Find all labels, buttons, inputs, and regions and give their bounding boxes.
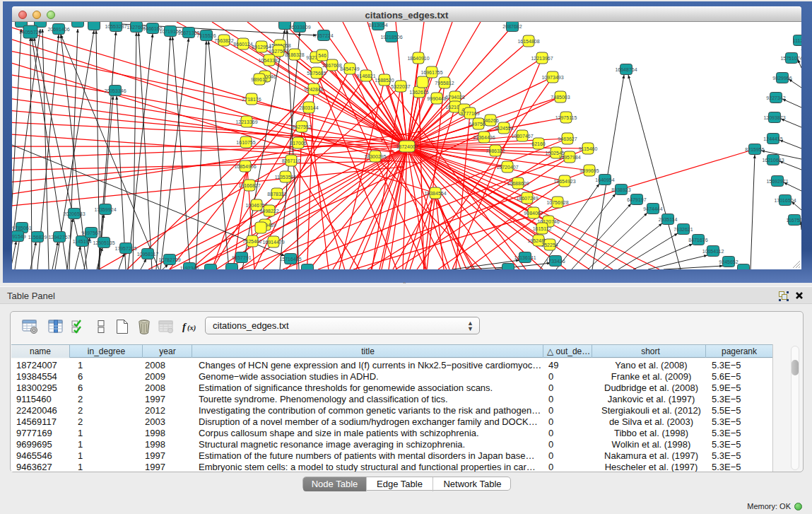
svg-text:1733426: 1733426 bbox=[546, 259, 565, 264]
svg-text:7563822: 7563822 bbox=[214, 38, 233, 43]
svg-text:11353594: 11353594 bbox=[275, 175, 297, 180]
svg-text:6479197: 6479197 bbox=[627, 197, 646, 202]
svg-text:7625402: 7625402 bbox=[242, 239, 261, 244]
svg-text:9146821: 9146821 bbox=[356, 74, 375, 78]
svg-text:8813054: 8813054 bbox=[368, 23, 387, 28]
svg-text:16033809: 16033809 bbox=[288, 25, 310, 30]
svg-text:5322037: 5322037 bbox=[391, 84, 410, 89]
svg-text:1588520: 1588520 bbox=[375, 78, 394, 83]
svg-text:7986322: 7986322 bbox=[486, 148, 505, 153]
svg-text:1192346: 1192346 bbox=[180, 266, 199, 271]
svg-text:12975115: 12975115 bbox=[555, 115, 577, 120]
svg-text:20691406: 20691406 bbox=[47, 27, 69, 32]
svg-text:f: f bbox=[182, 321, 187, 332]
svg-text:8267110: 8267110 bbox=[282, 158, 301, 163]
svg-text:991549: 991549 bbox=[9, 234, 25, 239]
svg-text:10756928: 10756928 bbox=[546, 200, 568, 205]
svg-text:2803144: 2803144 bbox=[299, 105, 318, 110]
svg-text:9990448: 9990448 bbox=[427, 96, 446, 101]
svg-text:19384554: 19384554 bbox=[424, 191, 446, 196]
svg-text:817006: 817006 bbox=[290, 141, 306, 146]
svg-text:9498222: 9498222 bbox=[259, 209, 278, 214]
svg-text:5875685: 5875685 bbox=[307, 71, 326, 76]
svg-text:2718176: 2718176 bbox=[242, 97, 261, 102]
svg-text:16961755: 16961755 bbox=[420, 70, 442, 75]
svg-text:9474444: 9474444 bbox=[643, 206, 662, 211]
svg-text:989612: 989612 bbox=[251, 77, 267, 82]
svg-text:546: 546 bbox=[318, 53, 326, 58]
svg-text:2935114: 2935114 bbox=[659, 217, 678, 222]
svg-text:(x): (x) bbox=[187, 324, 196, 332]
svg-text:7485003: 7485003 bbox=[551, 95, 570, 100]
svg-text:2087682: 2087682 bbox=[502, 24, 522, 29]
svg-text:18607249: 18607249 bbox=[516, 196, 538, 201]
svg-text:8878332: 8878332 bbox=[267, 192, 286, 197]
svg-text:10854906: 10854906 bbox=[234, 164, 256, 169]
svg-text:1156829: 1156829 bbox=[28, 235, 47, 240]
svg-text:1640954: 1640954 bbox=[595, 177, 614, 182]
svg-text:8660124: 8660124 bbox=[233, 42, 252, 47]
svg-text:9785061: 9785061 bbox=[12, 226, 31, 230]
svg-text:8471676: 8471676 bbox=[688, 238, 707, 243]
svg-text:17359924: 17359924 bbox=[94, 207, 116, 212]
svg-text:14957984: 14957984 bbox=[558, 155, 580, 160]
svg-text:19166827: 19166827 bbox=[238, 183, 260, 188]
svg-text:1145194: 1145194 bbox=[73, 239, 92, 244]
svg-text:9463627: 9463627 bbox=[558, 136, 577, 141]
svg-text:12505135: 12505135 bbox=[93, 240, 114, 245]
svg-text:19218506: 19218506 bbox=[380, 35, 402, 40]
svg-text:1615112: 1615112 bbox=[533, 226, 552, 231]
svg-text:8454749: 8454749 bbox=[340, 66, 359, 71]
svg-text:19654923: 19654923 bbox=[553, 179, 575, 184]
svg-text:10654112: 10654112 bbox=[702, 249, 724, 254]
svg-text:11123: 11123 bbox=[793, 38, 806, 43]
svg-text:16782759: 16782759 bbox=[158, 257, 180, 262]
svg-text:14136141: 14136141 bbox=[514, 255, 536, 260]
svg-text:17957275: 17957275 bbox=[114, 246, 136, 251]
svg-text:16914479: 16914479 bbox=[262, 240, 284, 245]
svg-text:9242848: 9242848 bbox=[304, 87, 323, 92]
svg-text:8215955: 8215955 bbox=[745, 147, 764, 152]
svg-text:7515526: 7515526 bbox=[196, 33, 216, 38]
svg-text:18300295: 18300295 bbox=[364, 154, 386, 159]
svg-text:16154808: 16154808 bbox=[517, 39, 539, 44]
svg-text:9899695: 9899695 bbox=[579, 168, 599, 173]
svg-text:20053346: 20053346 bbox=[104, 88, 126, 93]
svg-text:15751074: 15751074 bbox=[780, 56, 802, 61]
svg-text:9897567: 9897567 bbox=[81, 230, 100, 235]
svg-text:7955812: 7955812 bbox=[435, 81, 454, 86]
svg-text:17016504: 17016504 bbox=[774, 198, 796, 203]
svg-text:18640910: 18640910 bbox=[407, 56, 429, 61]
svg-text:3624554: 3624554 bbox=[494, 126, 513, 131]
svg-text:9084067: 9084067 bbox=[524, 211, 543, 216]
svg-text:2867608: 2867608 bbox=[322, 63, 341, 68]
svg-text:9245652: 9245652 bbox=[719, 259, 738, 264]
svg-text:9857791: 9857791 bbox=[232, 255, 251, 260]
svg-text:1244415: 1244415 bbox=[763, 136, 782, 141]
svg-text:15692971: 15692971 bbox=[766, 179, 788, 184]
svg-text:12093873: 12093873 bbox=[763, 115, 785, 120]
svg-text:1362615: 1362615 bbox=[409, 90, 428, 95]
svg-text:8186328: 8186328 bbox=[285, 52, 304, 57]
svg-text:9227342: 9227342 bbox=[766, 95, 785, 100]
svg-text:10958117: 10958117 bbox=[137, 252, 159, 257]
svg-text:10688609: 10688609 bbox=[507, 181, 529, 186]
svg-text:8938923: 8938923 bbox=[611, 187, 630, 192]
svg-text:12942757: 12942757 bbox=[48, 235, 70, 240]
svg-text:10543382: 10543382 bbox=[258, 58, 280, 63]
svg-text:10807467: 10807467 bbox=[511, 134, 533, 139]
svg-text:18724007: 18724007 bbox=[396, 144, 418, 149]
svg-text:746266: 746266 bbox=[482, 118, 498, 123]
svg-text:12213967: 12213967 bbox=[531, 56, 553, 61]
svg-text:10973493: 10973493 bbox=[541, 75, 563, 80]
svg-text:20206533: 20206533 bbox=[63, 211, 85, 216]
svg-text:12213369: 12213369 bbox=[235, 119, 257, 124]
svg-text:7632621: 7632621 bbox=[673, 227, 693, 232]
svg-text:6794028: 6794028 bbox=[445, 95, 464, 100]
svg-text:7357224: 7357224 bbox=[314, 33, 333, 38]
svg-text:116753: 116753 bbox=[787, 218, 803, 223]
svg-text:24055724: 24055724 bbox=[19, 30, 41, 35]
svg-text:15716485: 15716485 bbox=[279, 257, 301, 262]
svg-text:16210643: 16210643 bbox=[762, 158, 784, 163]
svg-text:21364436: 21364436 bbox=[473, 135, 495, 140]
